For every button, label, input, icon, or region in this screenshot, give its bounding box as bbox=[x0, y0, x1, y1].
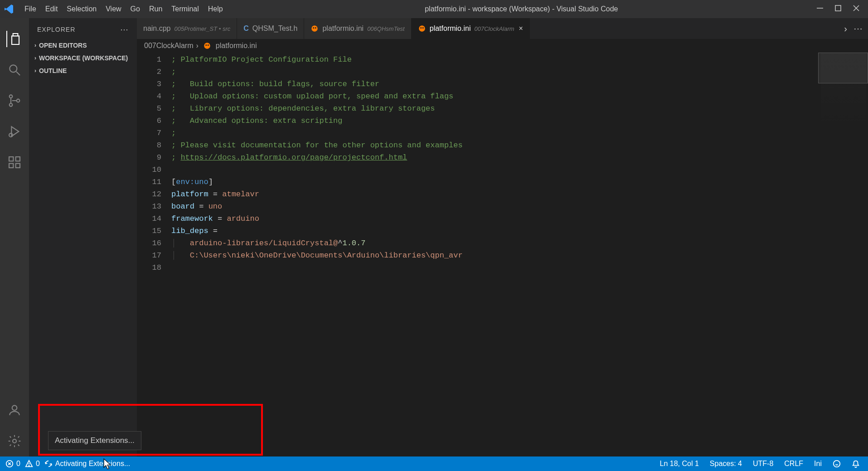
code-line[interactable]: board = uno bbox=[171, 200, 868, 213]
maximize-icon[interactable] bbox=[834, 4, 843, 15]
code-line[interactable]: ; Please visit documentation for the oth… bbox=[171, 139, 868, 151]
vscode-logo-icon bbox=[4, 4, 15, 15]
platformio-icon bbox=[310, 24, 319, 33]
code-line[interactable]: ; bbox=[171, 66, 868, 78]
code-line[interactable]: │ arduino-libraries/LiquidCrystal@^1.0.7 bbox=[171, 237, 868, 249]
code-line[interactable]: ; Library options: dependencies, extra l… bbox=[171, 102, 868, 115]
accounts-icon[interactable] bbox=[6, 402, 23, 418]
sidebar-workspace[interactable]: › WORKSPACE (WORKSPACE) bbox=[29, 52, 137, 64]
tab-sub: 005Protimer_ST • src bbox=[175, 25, 231, 32]
code-line[interactable]: ; PlatformIO Project Configuration File bbox=[171, 53, 868, 66]
code-line[interactable] bbox=[171, 164, 868, 176]
more-icon[interactable]: ⋯ bbox=[120, 24, 129, 34]
svg-point-15 bbox=[12, 405, 17, 410]
status-lang[interactable]: Ini bbox=[814, 460, 822, 468]
minimap-viewport[interactable] bbox=[818, 53, 868, 83]
code-line[interactable]: ; Build options: build flags, source fil… bbox=[171, 78, 868, 90]
line-number: 2 bbox=[137, 66, 161, 78]
svg-line-5 bbox=[16, 72, 20, 75]
line-number: 13 bbox=[137, 200, 161, 213]
chevron-right-icon: › bbox=[34, 42, 36, 49]
line-number: 17 bbox=[137, 249, 161, 262]
svg-point-24 bbox=[205, 44, 207, 46]
menu-help[interactable]: Help bbox=[204, 5, 228, 13]
line-number: 15 bbox=[137, 225, 161, 237]
menu-edit[interactable]: Edit bbox=[41, 5, 63, 13]
run-debug-icon[interactable] bbox=[6, 123, 23, 140]
code-line[interactable]: ; Upload options: custom upload port, sp… bbox=[171, 90, 868, 102]
tab-bar: nain.cpp 005Protimer_ST • src C QHSM_Tes… bbox=[137, 18, 868, 39]
tab-sub: 006QHsmTest bbox=[367, 25, 405, 32]
explorer-icon[interactable] bbox=[6, 31, 23, 47]
tab-label: nain.cpp bbox=[143, 24, 171, 33]
minimize-icon[interactable] bbox=[815, 4, 824, 15]
svg-point-30 bbox=[29, 466, 29, 466]
svg-point-23 bbox=[204, 43, 210, 49]
code-line[interactable]: ; Advanced options: extra scripting bbox=[171, 115, 868, 127]
source-control-icon[interactable] bbox=[6, 92, 23, 109]
code-editor[interactable]: 123456789101112131415161718 ; PlatformIO… bbox=[137, 53, 868, 456]
overflow-chevron-icon[interactable]: › bbox=[844, 24, 847, 34]
status-activating[interactable]: Activating Extensions... bbox=[44, 460, 130, 468]
code-line[interactable] bbox=[171, 262, 868, 274]
svg-point-20 bbox=[419, 25, 425, 32]
sidebar-open-editors[interactable]: › OPEN EDITORS bbox=[29, 39, 137, 52]
svg-point-7 bbox=[10, 103, 13, 107]
menu-terminal[interactable]: Terminal bbox=[167, 5, 203, 13]
status-encoding[interactable]: UTF-8 bbox=[753, 460, 773, 468]
line-number: 1 bbox=[137, 53, 161, 66]
notifications-icon[interactable] bbox=[852, 460, 860, 468]
chevron-right-icon: › bbox=[196, 42, 198, 50]
code-line[interactable]: ; https://docs.platformio.org/page/proje… bbox=[171, 151, 868, 164]
svg-point-25 bbox=[208, 44, 209, 46]
cursor-icon bbox=[103, 458, 112, 469]
editor-area: nain.cpp 005Protimer_ST • src C QHSM_Tes… bbox=[137, 18, 868, 456]
status-eol[interactable]: CRLF bbox=[784, 460, 803, 468]
title-bar: File Edit Selection View Go Run Terminal… bbox=[0, 0, 868, 18]
chevron-right-icon: › bbox=[34, 55, 36, 61]
code-line[interactable]: lib_deps = bbox=[171, 225, 868, 237]
code-line[interactable]: framework = arduino bbox=[171, 213, 868, 225]
search-icon[interactable] bbox=[6, 62, 23, 78]
menu-view[interactable]: View bbox=[101, 5, 126, 13]
menu-selection[interactable]: Selection bbox=[62, 5, 101, 13]
svg-point-18 bbox=[313, 27, 315, 29]
close-icon[interactable] bbox=[852, 4, 861, 15]
status-spaces[interactable]: Spaces: 4 bbox=[710, 460, 742, 468]
svg-point-22 bbox=[422, 27, 423, 29]
tab-qhsm-test[interactable]: C QHSM_Test.h bbox=[237, 18, 304, 39]
more-actions-icon[interactable]: ⋯ bbox=[853, 23, 863, 34]
explorer-sidebar: EXPLORER ⋯ › OPEN EDITORS › WORKSPACE (W… bbox=[29, 18, 137, 456]
tab-pio-007[interactable]: platformio.ini 007ClockAlarm × bbox=[412, 18, 530, 39]
line-number: 14 bbox=[137, 213, 161, 225]
tab-main-cpp[interactable]: nain.cpp 005Protimer_ST • src bbox=[137, 18, 237, 39]
code-line[interactable]: ; bbox=[171, 127, 868, 139]
menu-run[interactable]: Run bbox=[145, 5, 167, 13]
feedback-icon[interactable] bbox=[833, 460, 841, 468]
extensions-icon[interactable] bbox=[6, 154, 23, 170]
line-number: 4 bbox=[137, 90, 161, 102]
menu-file[interactable]: File bbox=[20, 5, 41, 13]
status-cursor[interactable]: Ln 18, Col 1 bbox=[660, 460, 699, 468]
bc-folder: 007ClockAlarm bbox=[144, 42, 193, 50]
close-icon[interactable]: × bbox=[519, 24, 523, 33]
line-number: 5 bbox=[137, 102, 161, 115]
line-number: 11 bbox=[137, 176, 161, 188]
tab-label: QHSM_Test.h bbox=[252, 24, 298, 33]
settings-gear-icon[interactable] bbox=[6, 433, 23, 449]
sidebar-outline[interactable]: › OUTLINE bbox=[29, 64, 137, 77]
code-line[interactable]: platform = atmelavr bbox=[171, 188, 868, 200]
status-warnings[interactable]: 0 bbox=[25, 460, 40, 468]
line-number: 10 bbox=[137, 164, 161, 176]
line-number: 12 bbox=[137, 188, 161, 200]
menu-go[interactable]: Go bbox=[126, 5, 145, 13]
svg-rect-13 bbox=[9, 164, 13, 168]
code-line[interactable]: │ C:\Users\nieki\OneDrive\Documents\Ardu… bbox=[171, 249, 868, 262]
line-number: 9 bbox=[137, 151, 161, 164]
code-line[interactable]: [env:uno] bbox=[171, 176, 868, 188]
platformio-icon bbox=[203, 42, 211, 50]
svg-point-10 bbox=[9, 133, 13, 137]
status-errors[interactable]: 0 bbox=[5, 460, 20, 468]
breadcrumbs[interactable]: 007ClockAlarm › platformio.ini bbox=[137, 39, 868, 53]
tab-pio-006[interactable]: platformio.ini 006QHsmTest bbox=[304, 18, 411, 39]
